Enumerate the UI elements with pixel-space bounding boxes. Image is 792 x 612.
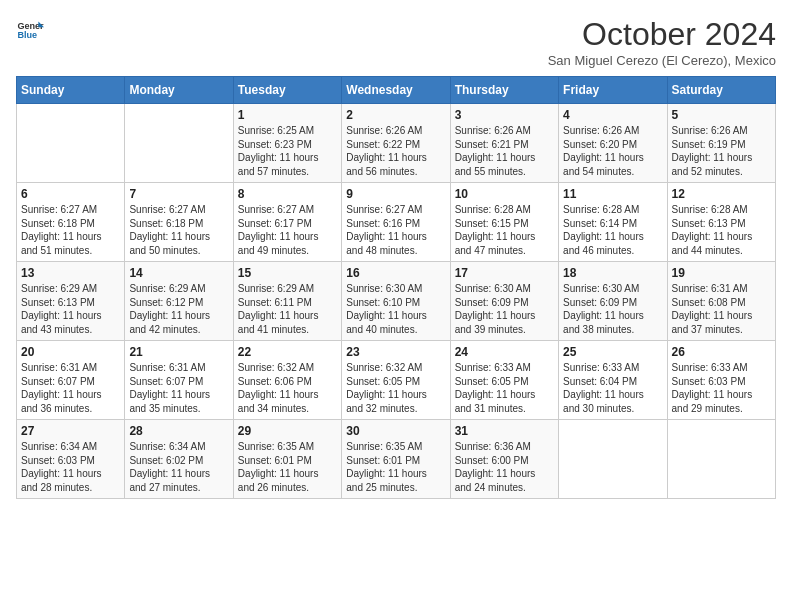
- calendar-cell: 31Sunrise: 6:36 AM Sunset: 6:00 PM Dayli…: [450, 420, 558, 499]
- day-info: Sunrise: 6:32 AM Sunset: 6:05 PM Dayligh…: [346, 361, 445, 415]
- day-info: Sunrise: 6:27 AM Sunset: 6:16 PM Dayligh…: [346, 203, 445, 257]
- day-info: Sunrise: 6:25 AM Sunset: 6:23 PM Dayligh…: [238, 124, 337, 178]
- calendar-cell: 13Sunrise: 6:29 AM Sunset: 6:13 PM Dayli…: [17, 262, 125, 341]
- calendar-header-row: SundayMondayTuesdayWednesdayThursdayFrid…: [17, 77, 776, 104]
- day-number: 19: [672, 266, 771, 280]
- day-info: Sunrise: 6:29 AM Sunset: 6:11 PM Dayligh…: [238, 282, 337, 336]
- calendar-cell: 11Sunrise: 6:28 AM Sunset: 6:14 PM Dayli…: [559, 183, 667, 262]
- day-number: 2: [346, 108, 445, 122]
- day-info: Sunrise: 6:30 AM Sunset: 6:09 PM Dayligh…: [455, 282, 554, 336]
- day-info: Sunrise: 6:35 AM Sunset: 6:01 PM Dayligh…: [238, 440, 337, 494]
- day-info: Sunrise: 6:34 AM Sunset: 6:02 PM Dayligh…: [129, 440, 228, 494]
- calendar-cell: 30Sunrise: 6:35 AM Sunset: 6:01 PM Dayli…: [342, 420, 450, 499]
- day-info: Sunrise: 6:26 AM Sunset: 6:21 PM Dayligh…: [455, 124, 554, 178]
- calendar-cell: 7Sunrise: 6:27 AM Sunset: 6:18 PM Daylig…: [125, 183, 233, 262]
- day-info: Sunrise: 6:32 AM Sunset: 6:06 PM Dayligh…: [238, 361, 337, 415]
- day-number: 5: [672, 108, 771, 122]
- calendar-cell: 5Sunrise: 6:26 AM Sunset: 6:19 PM Daylig…: [667, 104, 775, 183]
- calendar-cell: [17, 104, 125, 183]
- day-info: Sunrise: 6:36 AM Sunset: 6:00 PM Dayligh…: [455, 440, 554, 494]
- calendar-cell: 20Sunrise: 6:31 AM Sunset: 6:07 PM Dayli…: [17, 341, 125, 420]
- day-info: Sunrise: 6:28 AM Sunset: 6:13 PM Dayligh…: [672, 203, 771, 257]
- calendar-cell: 26Sunrise: 6:33 AM Sunset: 6:03 PM Dayli…: [667, 341, 775, 420]
- day-number: 21: [129, 345, 228, 359]
- month-title: October 2024: [548, 16, 776, 53]
- day-info: Sunrise: 6:34 AM Sunset: 6:03 PM Dayligh…: [21, 440, 120, 494]
- calendar-cell: 15Sunrise: 6:29 AM Sunset: 6:11 PM Dayli…: [233, 262, 341, 341]
- calendar-cell: 28Sunrise: 6:34 AM Sunset: 6:02 PM Dayli…: [125, 420, 233, 499]
- calendar-week-1: 1Sunrise: 6:25 AM Sunset: 6:23 PM Daylig…: [17, 104, 776, 183]
- calendar-cell: [125, 104, 233, 183]
- logo: General Blue: [16, 16, 44, 44]
- day-info: Sunrise: 6:33 AM Sunset: 6:05 PM Dayligh…: [455, 361, 554, 415]
- header-thursday: Thursday: [450, 77, 558, 104]
- day-number: 12: [672, 187, 771, 201]
- calendar-week-5: 27Sunrise: 6:34 AM Sunset: 6:03 PM Dayli…: [17, 420, 776, 499]
- calendar-cell: 29Sunrise: 6:35 AM Sunset: 6:01 PM Dayli…: [233, 420, 341, 499]
- day-info: Sunrise: 6:26 AM Sunset: 6:19 PM Dayligh…: [672, 124, 771, 178]
- day-info: Sunrise: 6:29 AM Sunset: 6:13 PM Dayligh…: [21, 282, 120, 336]
- calendar-cell: 23Sunrise: 6:32 AM Sunset: 6:05 PM Dayli…: [342, 341, 450, 420]
- day-info: Sunrise: 6:29 AM Sunset: 6:12 PM Dayligh…: [129, 282, 228, 336]
- calendar-cell: 10Sunrise: 6:28 AM Sunset: 6:15 PM Dayli…: [450, 183, 558, 262]
- day-number: 11: [563, 187, 662, 201]
- day-number: 9: [346, 187, 445, 201]
- day-info: Sunrise: 6:31 AM Sunset: 6:08 PM Dayligh…: [672, 282, 771, 336]
- calendar-cell: [559, 420, 667, 499]
- day-number: 17: [455, 266, 554, 280]
- day-number: 6: [21, 187, 120, 201]
- day-info: Sunrise: 6:27 AM Sunset: 6:17 PM Dayligh…: [238, 203, 337, 257]
- day-info: Sunrise: 6:30 AM Sunset: 6:10 PM Dayligh…: [346, 282, 445, 336]
- calendar-cell: 1Sunrise: 6:25 AM Sunset: 6:23 PM Daylig…: [233, 104, 341, 183]
- calendar-cell: 22Sunrise: 6:32 AM Sunset: 6:06 PM Dayli…: [233, 341, 341, 420]
- day-number: 24: [455, 345, 554, 359]
- calendar-cell: 27Sunrise: 6:34 AM Sunset: 6:03 PM Dayli…: [17, 420, 125, 499]
- day-number: 26: [672, 345, 771, 359]
- calendar-week-4: 20Sunrise: 6:31 AM Sunset: 6:07 PM Dayli…: [17, 341, 776, 420]
- day-number: 4: [563, 108, 662, 122]
- calendar-cell: 18Sunrise: 6:30 AM Sunset: 6:09 PM Dayli…: [559, 262, 667, 341]
- day-number: 28: [129, 424, 228, 438]
- page-header: General Blue October 2024 San Miguel Cer…: [16, 16, 776, 68]
- day-number: 25: [563, 345, 662, 359]
- day-number: 14: [129, 266, 228, 280]
- day-info: Sunrise: 6:27 AM Sunset: 6:18 PM Dayligh…: [21, 203, 120, 257]
- day-info: Sunrise: 6:31 AM Sunset: 6:07 PM Dayligh…: [129, 361, 228, 415]
- svg-text:Blue: Blue: [17, 30, 37, 40]
- calendar-cell: 17Sunrise: 6:30 AM Sunset: 6:09 PM Dayli…: [450, 262, 558, 341]
- day-number: 31: [455, 424, 554, 438]
- day-number: 7: [129, 187, 228, 201]
- calendar-cell: [667, 420, 775, 499]
- calendar-week-2: 6Sunrise: 6:27 AM Sunset: 6:18 PM Daylig…: [17, 183, 776, 262]
- day-info: Sunrise: 6:27 AM Sunset: 6:18 PM Dayligh…: [129, 203, 228, 257]
- calendar-cell: 12Sunrise: 6:28 AM Sunset: 6:13 PM Dayli…: [667, 183, 775, 262]
- day-info: Sunrise: 6:30 AM Sunset: 6:09 PM Dayligh…: [563, 282, 662, 336]
- calendar-cell: 3Sunrise: 6:26 AM Sunset: 6:21 PM Daylig…: [450, 104, 558, 183]
- calendar-table: SundayMondayTuesdayWednesdayThursdayFrid…: [16, 76, 776, 499]
- day-number: 23: [346, 345, 445, 359]
- header-saturday: Saturday: [667, 77, 775, 104]
- calendar-cell: 9Sunrise: 6:27 AM Sunset: 6:16 PM Daylig…: [342, 183, 450, 262]
- day-info: Sunrise: 6:26 AM Sunset: 6:20 PM Dayligh…: [563, 124, 662, 178]
- day-info: Sunrise: 6:33 AM Sunset: 6:03 PM Dayligh…: [672, 361, 771, 415]
- day-number: 29: [238, 424, 337, 438]
- day-info: Sunrise: 6:28 AM Sunset: 6:15 PM Dayligh…: [455, 203, 554, 257]
- header-tuesday: Tuesday: [233, 77, 341, 104]
- day-number: 16: [346, 266, 445, 280]
- calendar-cell: 24Sunrise: 6:33 AM Sunset: 6:05 PM Dayli…: [450, 341, 558, 420]
- header-monday: Monday: [125, 77, 233, 104]
- day-number: 22: [238, 345, 337, 359]
- day-number: 27: [21, 424, 120, 438]
- day-number: 30: [346, 424, 445, 438]
- day-info: Sunrise: 6:26 AM Sunset: 6:22 PM Dayligh…: [346, 124, 445, 178]
- logo-icon: General Blue: [16, 16, 44, 44]
- calendar-week-3: 13Sunrise: 6:29 AM Sunset: 6:13 PM Dayli…: [17, 262, 776, 341]
- day-number: 3: [455, 108, 554, 122]
- calendar-cell: 6Sunrise: 6:27 AM Sunset: 6:18 PM Daylig…: [17, 183, 125, 262]
- calendar-cell: 8Sunrise: 6:27 AM Sunset: 6:17 PM Daylig…: [233, 183, 341, 262]
- calendar-cell: 21Sunrise: 6:31 AM Sunset: 6:07 PM Dayli…: [125, 341, 233, 420]
- day-info: Sunrise: 6:28 AM Sunset: 6:14 PM Dayligh…: [563, 203, 662, 257]
- day-info: Sunrise: 6:31 AM Sunset: 6:07 PM Dayligh…: [21, 361, 120, 415]
- day-number: 13: [21, 266, 120, 280]
- day-number: 15: [238, 266, 337, 280]
